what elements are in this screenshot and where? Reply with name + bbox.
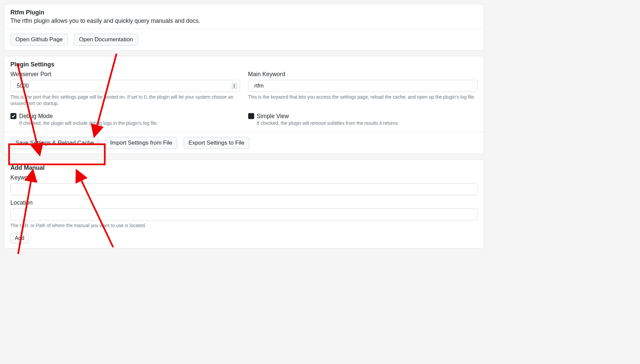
debug-help: If checked, the plugin will include debu…	[19, 120, 240, 126]
export-settings-button[interactable]: Export Settings to File	[184, 137, 249, 149]
intro-title: Rtfm Plugin	[10, 9, 477, 16]
manual-location-label: Location	[10, 199, 477, 206]
keyword-label: Main Keyword	[248, 71, 478, 78]
manual-location-input[interactable]	[10, 208, 477, 220]
import-settings-button[interactable]: Import Settings from File	[105, 137, 177, 149]
add-manual-card: Add Manual Keyword Location The URL or P…	[4, 159, 484, 249]
debug-checkbox[interactable]	[10, 113, 16, 119]
manual-location-help: The URL or Path of where the manual you …	[10, 222, 477, 229]
keyword-help: This is the keyword that lets you access…	[248, 94, 478, 100]
open-docs-button[interactable]: Open Documentation	[74, 34, 138, 46]
manual-title: Add Manual	[10, 164, 477, 171]
simple-label: Simple View	[257, 113, 289, 120]
open-github-button[interactable]: Open Github Page	[10, 34, 68, 46]
check-icon	[11, 114, 15, 118]
number-stepper-icon[interactable]: ▲▼	[231, 83, 237, 89]
simple-help: If checked, the plugin will remove subti…	[257, 120, 478, 126]
intro-card: Rtfm Plugin The rtfm plugin allows you t…	[4, 4, 484, 51]
manual-keyword-label: Keyword	[10, 174, 477, 181]
simple-checkbox[interactable]	[248, 113, 254, 119]
port-label: Webserver Port	[10, 71, 240, 78]
add-manual-button[interactable]: Add	[10, 233, 29, 244]
keyword-input[interactable]	[248, 80, 478, 92]
save-settings-button[interactable]: Save Settings & Reload Cache	[10, 137, 99, 149]
settings-card: Plugin Settings Webserver Port ▲▼ This i…	[4, 56, 484, 154]
settings-title: Plugin Settings	[10, 61, 477, 68]
debug-label: Debug Mode	[19, 113, 53, 120]
port-input[interactable]	[10, 80, 240, 92]
intro-desc: The rtfm plugin allows you to easily and…	[10, 17, 477, 24]
port-help: This is the port that this settings page…	[10, 94, 240, 107]
manual-keyword-input[interactable]	[10, 183, 477, 195]
